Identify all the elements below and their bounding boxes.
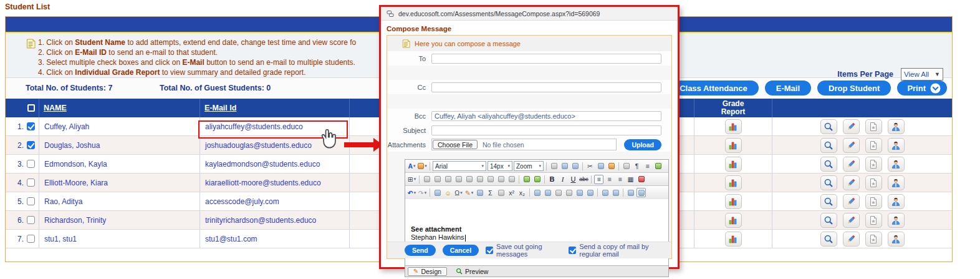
row-checkbox[interactable]: [27, 160, 35, 168]
edit-student-button[interactable]: [843, 213, 860, 228]
bold-icon[interactable]: B: [547, 175, 557, 184]
remove-format-icon[interactable]: [637, 175, 646, 184]
cut-icon[interactable]: ✂: [585, 162, 595, 171]
grade-report-button[interactable]: [725, 194, 742, 209]
student-profile-button[interactable]: [888, 138, 905, 153]
student-name-link[interactable]: Edmondson, Kayla: [39, 160, 107, 169]
html-mode-icon[interactable]: [532, 175, 542, 184]
grade-report-button[interactable]: [725, 232, 742, 247]
undo-icon[interactable]: ↶▾: [407, 188, 416, 197]
edit-student-button[interactable]: [843, 232, 860, 247]
choose-file-button[interactable]: Choose File: [433, 140, 478, 149]
student-name-link[interactable]: Douglas, Joshua: [39, 141, 100, 150]
report-document-button[interactable]: [865, 175, 882, 190]
report-document-button[interactable]: [865, 157, 882, 172]
indent-icon[interactable]: [564, 188, 574, 197]
view-details-button[interactable]: [820, 232, 837, 247]
select-all-icon[interactable]: [570, 162, 580, 171]
table-icon[interactable]: ⊞▾: [407, 175, 416, 184]
image-map-icon[interactable]: [637, 188, 646, 197]
font-size-select[interactable]: 14px▾: [488, 161, 512, 171]
student-profile-button[interactable]: [888, 119, 905, 134]
report-document-button[interactable]: [865, 138, 882, 153]
superscript-icon[interactable]: x²: [507, 188, 516, 197]
select-all-checkbox[interactable]: [27, 104, 35, 112]
view-details-button[interactable]: [820, 138, 837, 153]
print-icon[interactable]: [549, 162, 559, 171]
email-button[interactable]: E-Mail: [765, 81, 811, 95]
ordered-list-icon[interactable]: [575, 188, 584, 197]
insert-date-icon[interactable]: [600, 188, 610, 197]
student-profile-button[interactable]: [888, 194, 905, 209]
cancel-button[interactable]: Cancel: [443, 245, 479, 256]
insert-row-below-icon[interactable]: [433, 175, 442, 184]
insert-row-above-icon[interactable]: [422, 175, 431, 184]
report-document-button[interactable]: [865, 119, 882, 134]
insert-column-left-icon[interactable]: [454, 175, 463, 184]
align-left-icon[interactable]: ≡: [594, 175, 603, 184]
grade-report-button[interactable]: [725, 213, 742, 228]
student-name-link[interactable]: Rao, Aditya: [39, 197, 82, 206]
to-input[interactable]: [431, 54, 661, 64]
student-name-link[interactable]: stu1, stu1: [39, 235, 77, 243]
insert-column-right-icon[interactable]: [464, 175, 474, 184]
emoticon-icon[interactable]: ☺: [443, 188, 453, 197]
unordered-list-icon[interactable]: [585, 188, 595, 197]
symbol-icon[interactable]: [496, 188, 506, 197]
student-name-link[interactable]: Cuffey, Aliyah: [39, 122, 89, 131]
media-icon[interactable]: [475, 188, 484, 197]
find-icon[interactable]: [560, 162, 569, 171]
report-document-button[interactable]: [865, 232, 882, 247]
student-email-link[interactable]: kaylaedmondson@students.educo: [200, 160, 320, 169]
row-checkbox[interactable]: [27, 235, 35, 243]
print-button[interactable]: Print: [897, 81, 947, 95]
save-outgoing-checkbox[interactable]: [486, 247, 493, 254]
email-column-header[interactable]: E-Mail Id: [200, 104, 236, 112]
bcc-input[interactable]: Cuffey, Aliyah <aliyahcuffey@students.ed…: [431, 111, 661, 121]
report-document-button[interactable]: [865, 213, 882, 228]
text-direction-ltr-icon[interactable]: [532, 188, 542, 197]
student-email-link[interactable]: stu1@stu1.com: [200, 235, 257, 243]
drop-student-button[interactable]: Drop Student: [817, 81, 891, 95]
student-email-link[interactable]: kiaraelliott-moore@students.educo: [200, 179, 321, 187]
student-email-link[interactable]: trinityrichardson@students.educo: [200, 216, 316, 225]
row-checkbox[interactable]: [27, 122, 35, 130]
items-per-page-select[interactable]: View All ▼: [901, 68, 943, 81]
font-color-icon[interactable]: A▾: [407, 162, 416, 171]
student-email-link[interactable]: joshuadouglas@students.educo: [200, 141, 312, 150]
insert-image-icon[interactable]: [626, 188, 635, 197]
highlight-color-icon[interactable]: ▾: [418, 162, 427, 171]
clipboard-icon[interactable]: [622, 162, 631, 171]
equation-icon[interactable]: Σ: [486, 188, 495, 197]
student-email-link[interactable]: accesscode@july.com: [200, 197, 279, 206]
upload-button[interactable]: Upload: [624, 139, 661, 150]
paste-icon[interactable]: [607, 162, 616, 171]
paragraph-icon[interactable]: ¶: [632, 162, 641, 171]
align-right-icon[interactable]: ≡: [615, 175, 625, 184]
edit-student-button[interactable]: [843, 175, 860, 190]
student-email-link[interactable]: aliyahcuffey@students.educo: [200, 122, 303, 131]
grade-report-button[interactable]: [725, 175, 742, 190]
row-checkbox[interactable]: [27, 216, 35, 224]
font-family-select[interactable]: Arial▾: [433, 161, 486, 171]
italic-icon[interactable]: I: [558, 175, 567, 184]
cell-properties-icon[interactable]: [507, 175, 516, 184]
view-details-button[interactable]: [820, 194, 837, 209]
edit-student-button[interactable]: [843, 138, 860, 153]
row-checkbox[interactable]: [27, 197, 35, 205]
draw-icon[interactable]: ✎▾: [464, 188, 474, 197]
copy-regular-checkbox[interactable]: [569, 247, 576, 254]
split-cells-icon[interactable]: [496, 175, 506, 184]
strikethrough-icon[interactable]: abc: [579, 175, 588, 184]
view-details-button[interactable]: [820, 157, 837, 172]
align-center-icon[interactable]: ≡: [605, 175, 614, 184]
special-character-icon[interactable]: Ω▾: [454, 188, 463, 197]
popup-url[interactable]: dev.educosoft.com/Assessments/MessageCom…: [398, 10, 600, 17]
delete-row-icon[interactable]: [443, 175, 453, 184]
name-column-header[interactable]: NAME: [39, 104, 67, 112]
subscript-icon[interactable]: x₂: [517, 188, 527, 197]
line-spacing-icon[interactable]: ≡: [643, 162, 652, 171]
row-checkbox[interactable]: [27, 179, 35, 187]
outdent-icon[interactable]: [554, 188, 563, 197]
view-details-button[interactable]: [820, 213, 837, 228]
